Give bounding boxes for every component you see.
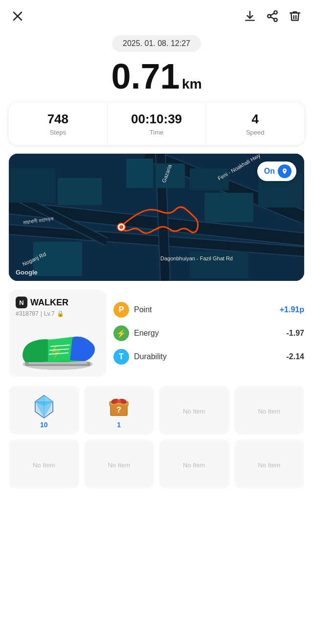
speed-label: Speed bbox=[246, 129, 265, 136]
point-value: +1.91p bbox=[280, 305, 304, 314]
distance-unit: km bbox=[182, 76, 201, 92]
item-empty-1: No Item bbox=[159, 386, 229, 435]
items-row-2: No Item No Item No Item No Item bbox=[9, 439, 304, 488]
walker-id: #318787 bbox=[16, 310, 39, 317]
no-item-label-6: No Item bbox=[258, 461, 280, 469]
no-item-label-5: No Item bbox=[183, 461, 205, 469]
item-empty-2: No Item bbox=[234, 386, 305, 435]
date-section: 2025. 01. 08. 12:27 bbox=[0, 30, 313, 55]
energy-value: -1.97 bbox=[287, 329, 304, 338]
items-section: 10 ? 1 No bbox=[9, 386, 304, 488]
walker-title: N WALKER bbox=[16, 297, 100, 308]
point-icon: P bbox=[113, 302, 129, 318]
no-item-label-2: No Item bbox=[258, 408, 280, 415]
bottom-section: N WALKER #318787 | Lv.7 🔒 bbox=[9, 290, 304, 377]
items-row-1: 10 ? 1 No bbox=[9, 386, 304, 435]
point-label: Point bbox=[134, 305, 275, 314]
svg-rect-39 bbox=[28, 362, 87, 364]
walker-level: Lv.7 bbox=[44, 310, 55, 317]
gem-count: 10 bbox=[40, 421, 48, 429]
item-empty-6: No Item bbox=[234, 439, 305, 488]
durability-value: -2.14 bbox=[287, 352, 304, 361]
svg-text:Dagonbhuiyan - Fazil Ghat Rd: Dagonbhuiyan - Fazil Ghat Rd bbox=[160, 255, 233, 261]
item-empty-5: No Item bbox=[159, 439, 229, 488]
svg-point-56 bbox=[117, 399, 121, 403]
stats-row: 748 Steps 00:10:39 Time 4 Speed bbox=[9, 103, 304, 145]
walker-meta: #318787 | Lv.7 🔒 bbox=[16, 310, 100, 317]
header bbox=[0, 0, 313, 30]
speed-stat: 4 Speed bbox=[206, 103, 304, 145]
mystery-box-icon: ? bbox=[106, 393, 132, 419]
durability-label: Durability bbox=[134, 352, 282, 361]
reward-durability-row: T Durability -2.14 bbox=[113, 349, 304, 365]
walker-shoe bbox=[16, 321, 100, 372]
no-item-label-4: No Item bbox=[108, 461, 130, 469]
on-label: On bbox=[264, 167, 275, 176]
close-button[interactable] bbox=[12, 10, 23, 25]
item-gem: 10 bbox=[9, 386, 79, 435]
no-item-label-1: No Item bbox=[183, 408, 205, 415]
energy-icon: ⚡ bbox=[113, 325, 129, 341]
item-empty-3: No Item bbox=[9, 439, 79, 488]
google-label: Google bbox=[16, 269, 38, 276]
svg-line-6 bbox=[270, 13, 274, 15]
box-count: 1 bbox=[117, 421, 121, 429]
durability-icon: T bbox=[113, 349, 129, 365]
svg-rect-23 bbox=[204, 193, 253, 222]
gem-icon bbox=[31, 393, 57, 419]
download-button[interactable] bbox=[244, 10, 256, 25]
item-box: ? 1 bbox=[84, 386, 155, 435]
item-empty-4: No Item bbox=[84, 439, 155, 488]
svg-point-33 bbox=[119, 225, 123, 229]
share-button[interactable] bbox=[266, 10, 279, 25]
svg-rect-22 bbox=[9, 168, 55, 203]
delete-button[interactable] bbox=[289, 10, 301, 25]
walker-n-icon: N bbox=[16, 297, 27, 308]
distance-value: 0.71 bbox=[111, 57, 179, 96]
time-label: Time bbox=[150, 129, 163, 136]
steps-stat: 748 Steps bbox=[9, 103, 108, 145]
walker-card: N WALKER #318787 | Lv.7 🔒 bbox=[9, 290, 107, 377]
map-on-badge[interactable]: On bbox=[257, 161, 296, 181]
speed-value: 4 bbox=[251, 112, 258, 127]
distance-section: 0.71 km bbox=[0, 55, 313, 103]
map-section: Gazaria Feni - Noakhali Hwy মায়াখালী মহ… bbox=[9, 154, 304, 281]
steps-label: Steps bbox=[50, 129, 66, 136]
svg-rect-19 bbox=[126, 159, 153, 188]
energy-label: Energy bbox=[134, 329, 282, 338]
location-icon bbox=[278, 164, 291, 178]
rewards-panel: P Point +1.91p ⚡ Energy -1.97 T Durabili… bbox=[113, 290, 304, 377]
date-badge: 2025. 01. 08. 12:27 bbox=[112, 35, 201, 52]
svg-rect-21 bbox=[58, 178, 102, 205]
no-item-label-3: No Item bbox=[33, 461, 55, 469]
reward-point-row: P Point +1.91p bbox=[113, 302, 304, 318]
time-stat: 00:10:39 Time bbox=[108, 103, 206, 145]
time-value: 00:10:39 bbox=[131, 112, 182, 127]
walker-name: WALKER bbox=[30, 298, 68, 308]
reward-energy-row: ⚡ Energy -1.97 bbox=[113, 325, 304, 341]
steps-value: 748 bbox=[47, 112, 68, 127]
svg-line-5 bbox=[270, 17, 274, 19]
svg-text:?: ? bbox=[116, 406, 121, 414]
header-actions bbox=[244, 10, 301, 25]
